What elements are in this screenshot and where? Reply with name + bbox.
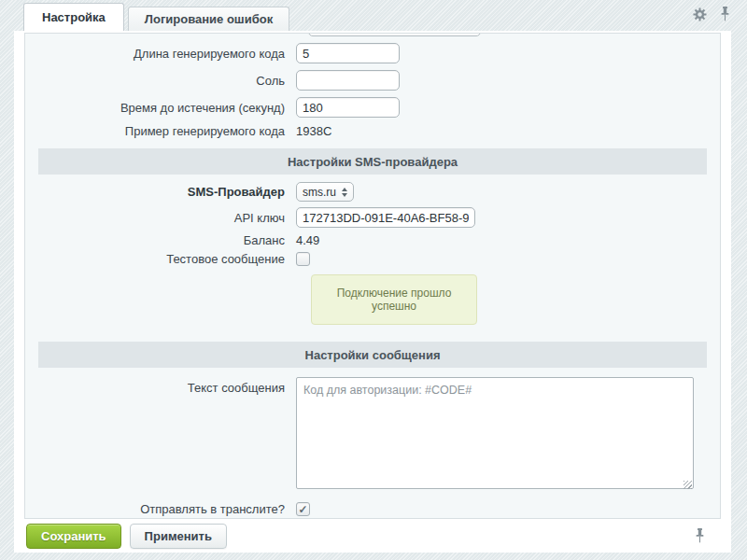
field-row-test-message: Тестовое сообщение (25, 252, 720, 266)
sms-provider-section-title: Настройки SMS-провайдера (288, 155, 458, 169)
message-section-title: Настройки сообщения (305, 348, 441, 362)
message-text-wrap: Код для авторизации: #CODE# (296, 377, 694, 493)
tab-error-logging-label: Логирование ошибок (145, 12, 273, 26)
gear-icon[interactable] (693, 7, 707, 21)
pin-icon[interactable] (720, 7, 730, 21)
message-text-input[interactable]: Код для авторизации: #CODE# (296, 377, 694, 489)
header-icons (693, 7, 730, 21)
field-row-balance: Баланс 4.49 (25, 233, 720, 247)
connection-status-note: Подключение прошло успешно (311, 274, 477, 325)
code-length-input[interactable] (296, 43, 400, 63)
api-key-input[interactable] (296, 207, 475, 228)
field-row-code-length: Длина генерируемого кода (25, 43, 720, 63)
expire-time-label: Время до истечения (секунд) (25, 101, 296, 115)
expire-time-input[interactable] (296, 97, 400, 118)
field-row-message-text: Текст сообщения Код для авторизации: #CO… (25, 377, 720, 493)
message-section-header: Настройки сообщения (38, 342, 707, 368)
sms-provider-section-header: Настройки SMS-провайдера (38, 148, 707, 175)
message-text-label: Текст сообщения (25, 377, 296, 395)
sms-provider-select[interactable]: sms.ru (296, 182, 354, 202)
checkmark-icon: ✓ (298, 504, 307, 515)
salt-input[interactable] (296, 70, 400, 91)
translit-checkbox[interactable]: ✓ (296, 502, 310, 516)
field-row-expire-time: Время до истечения (секунд) (25, 97, 720, 118)
balance-value: 4.49 (296, 233, 319, 247)
field-row-api-key: API ключ (25, 207, 720, 228)
code-length-label: Длина генерируемого кода (25, 47, 296, 61)
sms-provider-selected-value: sms.ru (303, 186, 336, 199)
field-row-sms-provider: SMS-Провайдер sms.ru (25, 182, 720, 202)
tab-error-logging[interactable]: Логирование ошибок (128, 7, 289, 31)
footer-pin-icon[interactable] (695, 528, 705, 543)
settings-panel: Длина генерируемого кода Соль Время до и… (14, 31, 731, 553)
balance-label: Баланс (25, 233, 296, 247)
save-button[interactable]: Сохранить (26, 524, 121, 549)
field-row-salt: Соль (25, 70, 720, 91)
cutoff-field[interactable] (308, 33, 481, 36)
tab-settings-label: Настройка (42, 10, 106, 24)
settings-form: Длина генерируемого кода Соль Время до и… (24, 33, 721, 519)
connection-status-text: Подключение прошло успешно (337, 287, 452, 313)
select-arrows-icon (342, 188, 347, 197)
field-row-translit: Отправлять в транслите? ✓ (25, 502, 720, 516)
test-message-label: Тестовое сообщение (25, 252, 296, 266)
translit-label: Отправлять в транслите? (25, 502, 296, 516)
tab-bar: Настройка Логирование ошибок (14, 0, 289, 31)
code-example-value: 1938C (296, 124, 331, 138)
test-message-checkbox[interactable] (296, 252, 310, 266)
field-row-code-example: Пример генерируемого кода 1938C (25, 124, 720, 138)
apply-button[interactable]: Применить (130, 524, 227, 549)
action-bar: Сохранить Применить (14, 519, 731, 553)
code-example-label: Пример генерируемого кода (25, 124, 296, 138)
sms-provider-label: SMS-Провайдер (25, 185, 296, 199)
salt-label: Соль (25, 74, 296, 88)
api-key-label: API ключ (25, 211, 296, 225)
tab-settings[interactable]: Настройка (23, 3, 124, 31)
